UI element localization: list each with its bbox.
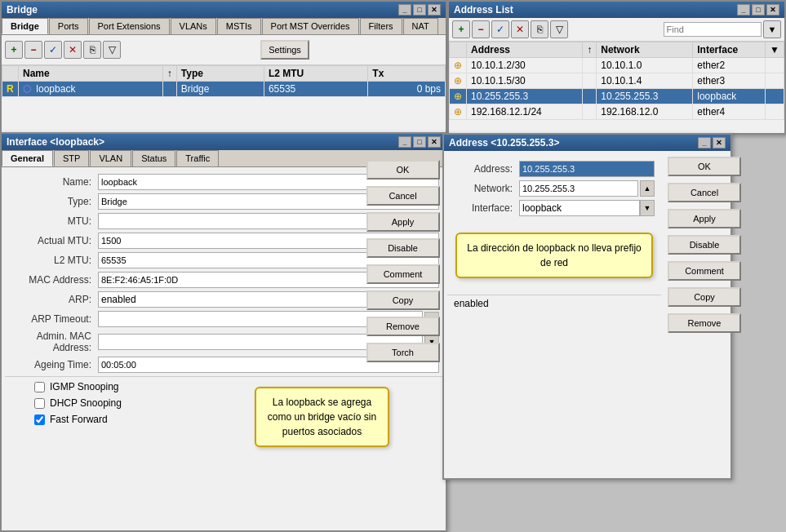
iface-tab-general[interactable]: General bbox=[2, 150, 53, 166]
address-detail-title: Address <10.255.255.3> bbox=[449, 137, 559, 149]
col-expand[interactable]: ▼ bbox=[766, 42, 784, 58]
addr-detail-btn-panel: OK Cancel Apply Disable Comment Copy Rem… bbox=[664, 151, 744, 460]
addr-detail-address-input[interactable] bbox=[519, 161, 655, 177]
igmp-label: IGMP Snooping bbox=[50, 381, 119, 392]
col-interface: Interface bbox=[693, 42, 766, 58]
addr-ok-btn[interactable]: OK bbox=[668, 157, 741, 176]
find-input[interactable] bbox=[664, 22, 762, 37]
bridge-enable-btn[interactable]: ✓ bbox=[44, 41, 62, 59]
addr-x-icon: ✕ bbox=[516, 24, 524, 35]
address-detail-titlebar: Address <10.255.255.3> _ ✕ bbox=[444, 135, 730, 151]
dhcp-checkbox[interactable] bbox=[34, 398, 45, 409]
iface-minimize-btn[interactable]: _ bbox=[398, 136, 411, 148]
col-network: Network bbox=[597, 42, 693, 58]
tab-port-extensions[interactable]: Port Extensions bbox=[89, 18, 170, 34]
iface-tab-vlan[interactable]: VLAN bbox=[90, 150, 131, 166]
addr-comment-btn[interactable]: Comment bbox=[668, 261, 741, 281]
addr-filter-btn[interactable]: ▽ bbox=[550, 20, 568, 38]
table-row[interactable]: ⊕ 192.168.12.1/24 192.168.12.0 ether4 bbox=[450, 104, 784, 120]
addr-copy-btn[interactable]: ⎘ bbox=[531, 20, 548, 38]
address-list-window: Address List _ □ ✕ + − ✓ ✕ ⎘ ▽ ▼ Address… bbox=[447, 0, 786, 135]
col-l2mtu: L2 MTU bbox=[264, 66, 367, 82]
iface-tab-status[interactable]: Status bbox=[132, 150, 175, 166]
interface-btn-panel: OK Cancel Apply Disable Comment Copy Rem… bbox=[360, 154, 446, 368]
bridge-remove-btn[interactable]: − bbox=[24, 41, 42, 59]
fast-forward-checkbox[interactable] bbox=[34, 415, 45, 425]
ageing-label: Ageing Time: bbox=[8, 359, 98, 370]
tab-nat[interactable]: NAT bbox=[403, 18, 438, 34]
tab-ports[interactable]: Ports bbox=[49, 18, 88, 34]
table-row[interactable]: R ⬡ loopback Bridge 65535 0 bps bbox=[2, 82, 446, 97]
bridge-minimize-btn[interactable]: _ bbox=[398, 4, 411, 16]
addr-add-btn[interactable]: + bbox=[452, 20, 470, 38]
bridge-disable-btn[interactable]: ✕ bbox=[64, 41, 82, 59]
table-row[interactable]: ⊕ 10.10.1.5/30 10.10.1.4 ether3 bbox=[450, 73, 784, 89]
addr-detail-interface-label: Interface: bbox=[454, 202, 519, 214]
addr-row-icon: ⊕ bbox=[450, 104, 467, 120]
addr-apply-btn[interactable]: Apply bbox=[668, 209, 741, 228]
interface-select[interactable]: loopback bbox=[519, 200, 640, 216]
iface-cancel-btn[interactable]: Cancel bbox=[366, 186, 440, 206]
actual-mtu-label: Actual MTU: bbox=[8, 235, 98, 246]
bridge-maximize-btn[interactable]: □ bbox=[413, 4, 426, 16]
addr-cancel-btn[interactable]: Cancel bbox=[668, 183, 741, 202]
igmp-checkbox[interactable] bbox=[34, 382, 45, 392]
addr-row-interface: ether4 bbox=[693, 104, 766, 120]
bridge-add-btn[interactable]: + bbox=[5, 41, 23, 59]
interface-dropdown-btn[interactable]: ▼ bbox=[640, 200, 655, 216]
iface-tab-stp[interactable]: STP bbox=[54, 150, 89, 166]
addr-list-maximize-btn[interactable]: □ bbox=[752, 4, 765, 16]
address-detail-form: Address: Network: ▲ Interface: loopback … bbox=[444, 151, 664, 460]
iface-copy-btn[interactable]: Copy bbox=[366, 290, 440, 310]
iface-remove-btn[interactable]: Remove bbox=[366, 317, 440, 336]
addr-detail-minimize-btn[interactable]: _ bbox=[698, 137, 711, 149]
bridge-filter-btn[interactable]: ▽ bbox=[103, 41, 121, 59]
addr-remove-btn[interactable]: − bbox=[472, 20, 490, 38]
network-up-btn[interactable]: ▲ bbox=[640, 180, 655, 197]
bridge-settings-btn[interactable]: Settings bbox=[260, 40, 309, 60]
addr-minus-icon: − bbox=[477, 24, 483, 35]
tab-bridge[interactable]: Bridge bbox=[2, 18, 48, 34]
tab-mstis[interactable]: MSTIs bbox=[217, 18, 261, 34]
address-list-titlebar: Address List _ □ ✕ bbox=[449, 2, 784, 18]
addr-row-address: 192.168.12.1/24 bbox=[467, 104, 583, 120]
col-tx: Tx bbox=[368, 66, 446, 82]
iface-tab-traffic[interactable]: Traffic bbox=[176, 150, 219, 166]
iface-maximize-btn[interactable]: □ bbox=[413, 136, 426, 148]
address-list-table: Address ↑ Network Interface ▼ ⊕ 10.10.1.… bbox=[449, 42, 784, 120]
iface-close-btn[interactable]: ✕ bbox=[428, 136, 441, 148]
table-row[interactable]: ⊕ 10.10.1.2/30 10.10.1.0 ether2 bbox=[450, 58, 784, 73]
bridge-toolbar: + − ✓ ✕ ⎘ ▽ Settings bbox=[2, 35, 446, 65]
tab-port-mst[interactable]: Port MST Overrides bbox=[262, 18, 359, 34]
bridge-copy-btn[interactable]: ⎘ bbox=[83, 41, 101, 59]
addr-detail-network-input[interactable] bbox=[519, 180, 638, 197]
addr-disable-btn[interactable]: ✕ bbox=[511, 20, 529, 38]
interface-titlebar: Interface <loopback> _ □ ✕ bbox=[2, 134, 446, 150]
bridge-table: Name ↑ Type L2 MTU Tx R ⬡ loopback Bridg… bbox=[2, 65, 446, 97]
addr-list-minimize-btn[interactable]: _ bbox=[737, 4, 750, 16]
addr-enable-btn[interactable]: ✓ bbox=[491, 20, 509, 38]
find-dropdown-btn[interactable]: ▼ bbox=[763, 20, 781, 38]
iface-disable-btn[interactable]: Disable bbox=[366, 238, 440, 258]
address-detail-controls: _ ✕ bbox=[698, 137, 726, 149]
tab-vlans[interactable]: VLANs bbox=[171, 18, 216, 34]
iface-comment-btn[interactable]: Comment bbox=[366, 264, 440, 284]
tab-filters[interactable]: Filters bbox=[360, 18, 402, 34]
iface-torch-btn[interactable]: Torch bbox=[366, 343, 440, 362]
copy-icon: ⎘ bbox=[90, 44, 95, 55]
addr-list-close-btn[interactable]: ✕ bbox=[766, 4, 779, 16]
table-row[interactable]: ⊕ 10.255.255.3 10.255.255.3 loopback bbox=[450, 89, 784, 104]
loopback-tooltip: La loopback se agrega como un bridge vac… bbox=[255, 387, 389, 447]
addr-row-icon: ⊕ bbox=[450, 58, 467, 73]
bridge-close-btn[interactable]: ✕ bbox=[428, 4, 441, 16]
address-list-toolbar: + − ✓ ✕ ⎘ ▽ ▼ bbox=[449, 18, 784, 42]
iface-ok-btn[interactable]: OK bbox=[366, 160, 440, 180]
addr-disable-btn[interactable]: Disable bbox=[668, 235, 741, 255]
bridge-tab-bar: Bridge Ports Port Extensions VLANs MSTIs… bbox=[2, 18, 446, 35]
iface-apply-btn[interactable]: Apply bbox=[366, 212, 440, 232]
addr-filter-icon: ▽ bbox=[556, 24, 563, 35]
addr-remove-btn[interactable]: Remove bbox=[668, 313, 741, 333]
addr-detail-close-btn[interactable]: ✕ bbox=[713, 137, 726, 149]
addr-plus-icon: + bbox=[458, 24, 464, 35]
addr-copy-btn[interactable]: Copy bbox=[668, 287, 741, 307]
